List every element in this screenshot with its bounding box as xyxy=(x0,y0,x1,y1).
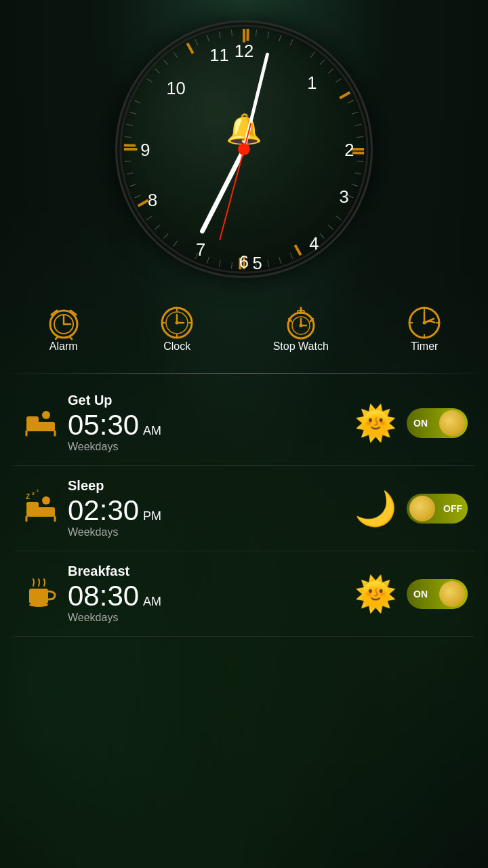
svg-line-14 xyxy=(268,32,269,39)
svg-line-43 xyxy=(155,225,159,230)
alarm-icon-breakfast xyxy=(20,574,61,614)
svg-line-31 xyxy=(320,233,325,238)
svg-text:11: 11 xyxy=(209,45,228,64)
alarm-name-getup: Get Up xyxy=(68,393,344,408)
svg-line-59 xyxy=(219,32,220,39)
alarm-emoji-sleep: 🌙 xyxy=(354,489,396,528)
svg-line-57 xyxy=(195,39,198,45)
svg-line-26 xyxy=(355,173,362,174)
svg-line-33 xyxy=(290,253,293,259)
svg-line-45 xyxy=(134,195,140,198)
toggle-knob-sleep xyxy=(409,496,435,521)
svg-line-30 xyxy=(328,225,333,230)
svg-line-18 xyxy=(320,60,325,64)
alarm-time-getup: 05:30 AM xyxy=(68,411,344,439)
svg-line-47 xyxy=(127,173,134,174)
tab-timer[interactable]: Timer xyxy=(393,298,455,359)
toggle-breakfast[interactable]: ON xyxy=(407,579,468,609)
svg-line-42 xyxy=(163,233,168,238)
svg-rect-118 xyxy=(26,507,55,517)
section-divider xyxy=(0,373,488,374)
svg-line-34 xyxy=(279,257,281,263)
svg-line-11 xyxy=(184,43,196,54)
stopwatch-icon xyxy=(283,305,319,340)
svg-point-99 xyxy=(299,324,302,328)
svg-line-2 xyxy=(340,90,350,101)
svg-text:z: z xyxy=(37,488,39,492)
tab-timer-label: Timer xyxy=(411,340,438,353)
svg-rect-114 xyxy=(26,416,39,423)
svg-line-55 xyxy=(163,60,168,64)
alarm-time-sleep: 02:30 PM xyxy=(68,496,344,525)
svg-point-127 xyxy=(29,603,48,607)
toggle-getup[interactable]: ON xyxy=(407,408,468,438)
svg-text:Z: Z xyxy=(26,493,30,500)
svg-line-17 xyxy=(310,52,314,58)
svg-line-23 xyxy=(355,124,362,125)
svg-line-60 xyxy=(231,30,232,37)
alarm-emoji-getup: 🌞 xyxy=(354,403,396,443)
tab-clock[interactable]: Clock xyxy=(146,298,208,359)
svg-line-27 xyxy=(352,184,358,186)
svg-text:4: 4 xyxy=(309,234,319,253)
alarm-icon xyxy=(46,305,81,340)
svg-line-13 xyxy=(256,30,256,37)
alarm-days-breakfast: Weekdays xyxy=(68,612,344,624)
toggle-label-sleep: OFF xyxy=(443,503,462,514)
nav-tabs: Alarm Clock xyxy=(0,285,488,366)
alarm-name-breakfast: Breakfast xyxy=(68,564,344,579)
svg-line-37 xyxy=(231,262,232,269)
svg-text:2: 2 xyxy=(344,140,354,159)
svg-line-15 xyxy=(279,35,281,41)
svg-text:6: 6 xyxy=(239,252,249,271)
alarm-icon-sleep: Z z z xyxy=(20,488,61,528)
svg-line-35 xyxy=(268,260,269,267)
svg-rect-126 xyxy=(29,589,48,604)
svg-line-8 xyxy=(138,197,148,209)
svg-line-56 xyxy=(174,52,178,58)
svg-line-48 xyxy=(125,161,131,161)
svg-text:12: 12 xyxy=(235,41,253,60)
toggle-sleep[interactable]: OFF xyxy=(407,494,468,524)
alarm-emoji-breakfast: 🌞 xyxy=(354,574,396,614)
alarm-info-getup: Get Up 05:30 AM Weekdays xyxy=(61,393,344,453)
svg-text:z: z xyxy=(32,490,35,496)
svg-line-21 xyxy=(348,100,354,103)
svg-line-54 xyxy=(155,68,159,73)
svg-rect-119 xyxy=(26,502,39,509)
alarm-item-getup: Get Up 05:30 AM Weekdays 🌞 ON xyxy=(14,380,474,466)
svg-point-90 xyxy=(176,321,179,325)
svg-point-108 xyxy=(423,321,426,325)
alarm-info-sleep: Sleep 02:30 PM Weekdays xyxy=(61,478,344,538)
svg-line-24 xyxy=(357,136,363,137)
tab-stopwatch[interactable]: Stop Watch xyxy=(260,298,342,359)
tab-alarm[interactable]: Alarm xyxy=(33,298,95,359)
svg-line-51 xyxy=(130,112,136,114)
svg-point-117 xyxy=(42,411,50,419)
alarm-item-sleep: Z z z Sleep 02:30 PM Weekdays 🌙 OFF xyxy=(14,466,474,551)
toggle-label-getup: ON xyxy=(413,418,428,429)
svg-line-44 xyxy=(147,216,152,220)
svg-text:8: 8 xyxy=(148,191,157,210)
svg-text:1: 1 xyxy=(307,73,317,92)
clock-icon xyxy=(159,305,195,340)
svg-line-52 xyxy=(134,100,140,103)
alarm-days-getup: Weekdays xyxy=(68,441,344,453)
svg-line-46 xyxy=(130,184,136,186)
svg-text:10: 10 xyxy=(166,79,185,98)
svg-line-74 xyxy=(195,149,251,231)
svg-line-25 xyxy=(357,161,363,161)
svg-line-39 xyxy=(207,257,209,263)
svg-line-16 xyxy=(290,39,293,45)
svg-line-20 xyxy=(336,79,341,83)
svg-line-22 xyxy=(352,112,358,114)
svg-line-38 xyxy=(219,260,220,267)
svg-point-77 xyxy=(238,143,250,155)
alarm-name-sleep: Sleep xyxy=(68,478,344,494)
alarm-item-breakfast: Breakfast 08:30 AM Weekdays 🌞 ON xyxy=(14,551,474,637)
alarm-time-breakfast: 08:30 AM xyxy=(68,582,344,610)
svg-line-53 xyxy=(147,79,152,83)
toggle-knob-getup xyxy=(439,410,465,436)
svg-point-122 xyxy=(42,496,50,505)
svg-rect-113 xyxy=(26,422,55,431)
